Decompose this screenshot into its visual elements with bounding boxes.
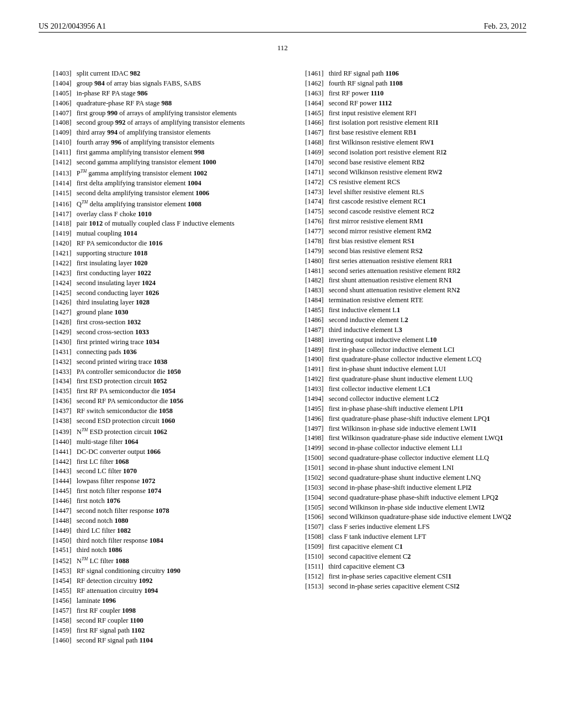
- list-item: [1437] RF switch semiconductor die 1058: [44, 406, 274, 416]
- list-item: [1418] pair 1012 of mutually coupled cla…: [44, 219, 274, 228]
- list-item: [1502] second quadrature-phase shunt ind…: [296, 473, 526, 483]
- list-item: [1512] first in-phase series capacitive …: [296, 572, 526, 581]
- list-item: [1513] second in-phase series capacitive…: [296, 582, 526, 591]
- list-item: [1444] lowpass filter response 1072: [44, 477, 274, 486]
- list-item: [1427] ground plane 1030: [44, 308, 274, 317]
- list-item: [1434] first ESD protection circuit 1052: [44, 377, 274, 386]
- list-item: [1487] third inductive element L3: [296, 325, 526, 335]
- list-item: [1431] connecting pads 1036: [44, 347, 274, 357]
- list-item: [1415] second delta amplifying transisto…: [44, 189, 274, 198]
- list-item: [1483] second shunt attenuation resistiv…: [296, 286, 526, 295]
- right-column: [1461] third RF signal path 1106[1462] f…: [291, 69, 526, 645]
- list-item: [1496] first quadrature-phase phase-shif…: [296, 414, 526, 424]
- list-item: [1500] second quadrature-phase collector…: [296, 453, 526, 463]
- list-item: [1403] split current IDAC 982: [44, 69, 274, 78]
- list-item: [1493] first collector inductive element…: [296, 384, 526, 394]
- list-item: [1424] second insulating layer 1024: [44, 279, 274, 288]
- list-item: [1409] third array 994 of amplifying tra…: [44, 128, 274, 137]
- list-item: [1413] PTH gamma amplifying transistor e…: [44, 168, 274, 178]
- list-item: [1460] second RF signal path 1104: [44, 636, 274, 645]
- content-columns: [1403] split current IDAC 982[1404] grou…: [39, 69, 526, 645]
- list-item: [1472] CS resistive element RCS: [296, 178, 526, 187]
- list-item: [1494] second collector inductive elemen…: [296, 394, 526, 404]
- list-item: [1485] first inductive element L1: [296, 306, 526, 315]
- list-item: [1455] RF attenuation circuitry 1094: [44, 586, 274, 596]
- list-item: [1508] class F tank inductive element LF…: [296, 532, 526, 542]
- list-item: [1498] first Wilkinson quadrature-phase …: [296, 433, 526, 443]
- list-item: [1466] first isolation port resistive el…: [296, 118, 526, 127]
- list-item: [1451] third notch 1086: [44, 545, 274, 555]
- list-item: [1499] second in-phase collector inducti…: [296, 443, 526, 453]
- list-item: [1408] second group 992 of arrays of amp…: [44, 118, 274, 127]
- list-item: [1501] second in-phase shunt inductive e…: [296, 463, 526, 473]
- list-item: [1467] first base resistive element RB1: [296, 128, 526, 137]
- list-item: [1510] second capacitive element C2: [296, 552, 526, 561]
- list-item: [1417] overlay class F choke 1010: [44, 210, 274, 219]
- list-item: [1480] first series attenuation resistiv…: [296, 256, 526, 266]
- list-item: [1474] first cascode resistive element R…: [296, 197, 526, 206]
- list-item: [1429] second cross-section 1033: [44, 328, 274, 337]
- list-item: [1447] second notch filter response 1078: [44, 506, 274, 516]
- list-item: [1489] first in-phase collector inductiv…: [296, 345, 526, 355]
- list-item: [1481] second series attenuation resisti…: [296, 266, 526, 276]
- list-item: [1446] first notch 1076: [44, 496, 274, 506]
- list-item: [1450] third notch filter response 1084: [44, 536, 274, 545]
- list-item: [1445] first notch filter response 1074: [44, 486, 274, 496]
- list-item: [1509] first capacitive element C1: [296, 542, 526, 552]
- list-item: [1465] first input resistive element RFI: [296, 109, 526, 118]
- list-item: [1511] third capacitive element C3: [296, 562, 526, 571]
- list-item: [1491] first in-phase shunt inductive el…: [296, 365, 526, 374]
- list-item: [1468] first Wilkinson resistive element…: [296, 138, 526, 147]
- list-item: [1479] second bias resistive element RS2: [296, 247, 526, 256]
- list-item: [1469] second isolation port resistive e…: [296, 148, 526, 157]
- list-item: [1414] first delta amplifying transistor…: [44, 179, 274, 188]
- list-item: [1432] second printed wiring trace 1038: [44, 357, 274, 367]
- list-item: [1497] first Wilkinson in-phase side ind…: [296, 424, 526, 433]
- list-item: [1436] second RF PA semiconductor die 10…: [44, 397, 274, 406]
- list-item: [1461] third RF signal path 1106: [296, 69, 526, 78]
- list-item: [1420] RF PA semiconductor die 1016: [44, 239, 274, 248]
- list-item: [1504] second quadrature-phase phase-shi…: [296, 493, 526, 502]
- list-item: [1406] quadrature-phase RF PA stage 988: [44, 99, 274, 108]
- list-item: [1421] supporting structure 1018: [44, 249, 274, 258]
- list-item: [1416] QTH delta amplifying transistor e…: [44, 199, 274, 209]
- list-item: [1507] class F series inductive element …: [296, 522, 526, 532]
- list-item: [1454] RF detection circuitry 1092: [44, 576, 274, 586]
- list-item: [1458] second RF coupler 1100: [44, 616, 274, 625]
- list-item: [1423] first conducting layer 1022: [44, 269, 274, 278]
- list-item: [1430] first printed wiring trace 1034: [44, 338, 274, 347]
- list-item: [1449] third LC filter 1082: [44, 526, 274, 536]
- list-item: [1441] DC-DC converter output 1066: [44, 447, 274, 457]
- list-item: [1452] NTH LC filter 1088: [44, 555, 274, 566]
- list-item: [1442] first LC filter 1068: [44, 457, 274, 467]
- list-item: [1425] second conducting layer 1026: [44, 288, 274, 298]
- publication-date: Feb. 23, 2012: [484, 22, 526, 31]
- list-item: [1470] second base resistive element RB2: [296, 158, 526, 167]
- list-item: [1482] first shunt attenuation resistive…: [296, 276, 526, 285]
- list-item: [1464] second RF power 1112: [296, 99, 526, 108]
- list-item: [1411] first gamma amplifying transistor…: [44, 148, 274, 157]
- list-item: [1478] first bias resistive element RS1: [296, 237, 526, 246]
- list-item: [1476] first mirror resistive element RM…: [296, 217, 526, 226]
- list-item: [1410] fourth array 996 of amplifying tr…: [44, 138, 274, 147]
- list-item: [1456] laminate 1096: [44, 596, 274, 606]
- list-item: [1503] second in-phase phase-shift induc…: [296, 483, 526, 493]
- list-item: [1419] mutual coupling 1014: [44, 229, 274, 238]
- list-item: [1433] PA controller semiconductor die 1…: [44, 367, 274, 377]
- list-item: [1428] first cross-section 1032: [44, 318, 274, 327]
- list-item: [1484] termination resistive element RTE: [296, 296, 526, 305]
- list-item: [1439] NTH ESD protection circuit 1062: [44, 426, 274, 437]
- list-item: [1475] second cascode resistive element …: [296, 207, 526, 216]
- list-item: [1440] multi-stage filter 1064: [44, 437, 274, 447]
- list-item: [1453] RF signal conditioning circuitry …: [44, 566, 274, 576]
- list-item: [1435] first RF PA semiconductor die 105…: [44, 387, 274, 396]
- list-item: [1426] third insulating layer 1028: [44, 298, 274, 307]
- list-item: [1462] fourth RF signal path 1108: [296, 79, 526, 88]
- list-item: [1463] first RF power 1110: [296, 89, 526, 98]
- list-item: [1448] second notch 1080: [44, 516, 274, 526]
- list-item: [1492] first quadrature-phase shunt indu…: [296, 374, 526, 384]
- page-number: 112: [39, 44, 526, 52]
- list-item: [1471] second Wilkinson resistive elemen…: [296, 168, 526, 177]
- left-column: [1403] split current IDAC 982[1404] grou…: [39, 69, 274, 645]
- list-item: [1457] first RF coupler 1098: [44, 606, 274, 615]
